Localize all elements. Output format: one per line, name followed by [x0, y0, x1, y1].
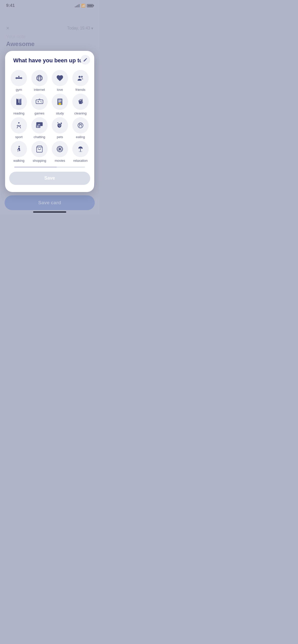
- svg-point-11: [78, 76, 80, 78]
- shopping-label: shopping: [33, 159, 46, 163]
- activity-item-friends[interactable]: friends: [71, 70, 90, 92]
- pets-label: pets: [57, 135, 63, 139]
- cleaning-label: cleaning: [74, 111, 87, 115]
- modal-title: What have you been up to?: [9, 57, 90, 64]
- cleaning-icon: [77, 98, 84, 106]
- cleaning-icon-wrap: [72, 94, 89, 110]
- svg-point-5: [18, 76, 20, 77]
- pets-icon: [56, 122, 64, 129]
- activity-item-gym[interactable]: gym: [9, 70, 29, 92]
- svg-rect-30: [36, 125, 40, 128]
- sport-label: sport: [15, 135, 23, 139]
- activity-item-pets[interactable]: pets: [50, 117, 70, 139]
- walking-label: walking: [13, 159, 24, 163]
- svg-rect-22: [58, 101, 62, 101]
- activity-item-love[interactable]: love: [50, 70, 70, 92]
- eating-icon-wrap: [72, 117, 89, 134]
- svg-text:www: www: [38, 75, 42, 77]
- svg-line-49: [61, 147, 62, 148]
- svg-rect-23: [58, 102, 61, 102]
- chatting-icon-wrap: [31, 117, 48, 134]
- gym-icon: [15, 74, 23, 82]
- love-label: love: [57, 88, 63, 92]
- relaxation-icon: [77, 145, 84, 153]
- svg-line-47: [58, 147, 59, 148]
- svg-point-19: [41, 102, 42, 103]
- movies-icon: [56, 145, 64, 153]
- pets-icon-wrap: [52, 117, 68, 134]
- reading-label: reading: [13, 111, 24, 115]
- activity-item-movies[interactable]: movies: [50, 141, 70, 163]
- svg-rect-2: [16, 77, 17, 79]
- games-icon: [36, 98, 43, 106]
- internet-icon-wrap: www: [31, 70, 48, 86]
- save-button[interactable]: Save: [9, 172, 90, 185]
- svg-point-25: [18, 122, 20, 123]
- love-icon: [56, 74, 64, 82]
- activity-grid: gym www internet love: [9, 70, 90, 163]
- activity-item-walking[interactable]: walking: [9, 141, 29, 163]
- walking-icon-wrap: [11, 141, 27, 157]
- reading-icon: [15, 98, 23, 106]
- home-indicator: [33, 211, 66, 213]
- love-icon-wrap: [52, 70, 68, 86]
- svg-point-42: [59, 148, 61, 150]
- svg-rect-3: [21, 77, 22, 79]
- svg-point-14: [81, 76, 83, 77]
- reading-icon-wrap: [11, 94, 27, 110]
- movies-icon-wrap: [52, 141, 68, 157]
- walking-icon: [15, 145, 23, 153]
- relaxation-label: relaxation: [73, 159, 88, 163]
- study-icon-wrap: [52, 94, 68, 110]
- pencil-icon: [83, 57, 88, 62]
- gym-label: gym: [16, 88, 22, 92]
- shopping-icon: [36, 145, 43, 153]
- activity-item-internet[interactable]: www internet: [30, 70, 49, 92]
- svg-line-50: [58, 150, 59, 151]
- svg-rect-4: [17, 77, 21, 79]
- activity-item-eating[interactable]: eating: [71, 117, 90, 139]
- study-label: study: [56, 111, 64, 115]
- svg-line-26: [17, 126, 18, 128]
- svg-point-33: [59, 125, 59, 125]
- svg-line-27: [20, 126, 21, 128]
- activity-item-sport[interactable]: sport: [9, 117, 29, 139]
- sport-icon-wrap: [11, 117, 27, 134]
- shopping-icon-wrap: [31, 141, 48, 157]
- friends-label: friends: [75, 88, 85, 92]
- activity-item-cleaning[interactable]: cleaning: [71, 94, 90, 115]
- svg-rect-21: [58, 100, 62, 100]
- activity-item-games[interactable]: games: [30, 94, 49, 115]
- scroll-indicator: [14, 167, 85, 168]
- internet-icon: www: [36, 74, 43, 82]
- activity-item-study[interactable]: study: [50, 94, 70, 115]
- games-label: games: [34, 111, 44, 115]
- games-icon-wrap: [31, 94, 48, 110]
- scroll-thumb: [14, 167, 57, 168]
- gym-icon-wrap: [11, 70, 27, 86]
- friends-icon-wrap: [72, 70, 89, 86]
- activity-item-chatting[interactable]: chatting: [30, 117, 49, 139]
- chatting-icon: [36, 122, 43, 129]
- activity-modal: What have you been up to? gym: [5, 51, 94, 192]
- svg-point-38: [19, 146, 20, 147]
- svg-point-35: [78, 123, 83, 128]
- svg-point-34: [60, 125, 61, 125]
- eating-label: eating: [76, 135, 85, 139]
- eating-icon: [77, 122, 84, 129]
- svg-line-39: [18, 150, 19, 152]
- activity-item-relaxation[interactable]: relaxation: [71, 141, 90, 163]
- svg-point-18: [40, 101, 41, 102]
- activity-item-reading[interactable]: reading: [9, 94, 29, 115]
- movies-label: movies: [55, 159, 65, 163]
- friends-icon: [77, 74, 84, 82]
- chatting-label: chatting: [34, 135, 45, 139]
- sport-icon: [15, 122, 23, 129]
- internet-label: internet: [34, 88, 45, 92]
- relaxation-icon-wrap: [72, 141, 89, 157]
- activity-item-shopping[interactable]: shopping: [30, 141, 49, 163]
- svg-line-48: [61, 150, 62, 151]
- edit-button[interactable]: [80, 55, 90, 65]
- study-icon: [56, 98, 64, 106]
